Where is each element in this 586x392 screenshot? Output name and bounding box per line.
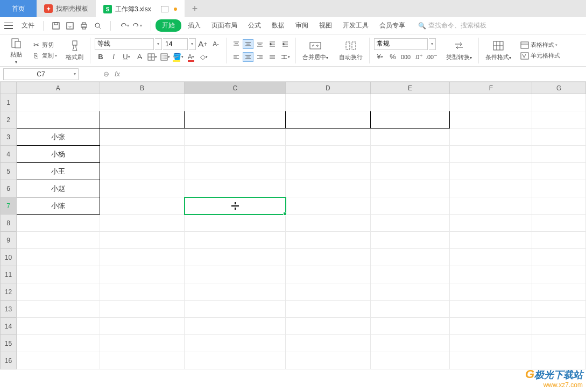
cell-B11[interactable] bbox=[100, 266, 185, 283]
cell-A3[interactable]: 小张 bbox=[16, 129, 100, 146]
cell-F16[interactable] bbox=[450, 352, 532, 369]
increase-decimal-icon[interactable]: .0⁺ bbox=[413, 51, 425, 63]
table-style-button[interactable]: 表格样式▾ bbox=[520, 40, 560, 50]
cell-B5[interactable] bbox=[100, 163, 185, 180]
cell-A9[interactable] bbox=[16, 232, 100, 249]
cell-A14[interactable] bbox=[16, 318, 100, 335]
col-header-F[interactable]: F bbox=[450, 82, 532, 94]
cell-C12[interactable] bbox=[185, 283, 286, 301]
cell-F7[interactable] bbox=[450, 197, 532, 215]
paste-button[interactable]: 粘贴▾ bbox=[8, 35, 25, 66]
cell-G15[interactable] bbox=[532, 335, 586, 352]
cell-F6[interactable] bbox=[450, 180, 532, 197]
menu-page-layout[interactable]: 页面布局 bbox=[207, 19, 242, 32]
cell-B13[interactable] bbox=[100, 301, 185, 318]
row-header-7[interactable]: 7 bbox=[1, 197, 17, 215]
align-right-icon[interactable] bbox=[255, 52, 265, 62]
cell-A13[interactable] bbox=[16, 301, 100, 318]
menu-devtools[interactable]: 开发工具 bbox=[338, 19, 373, 32]
cell-C8[interactable] bbox=[185, 215, 286, 232]
cell-C15[interactable] bbox=[185, 335, 286, 352]
cell-D8[interactable] bbox=[286, 215, 371, 232]
cell-C5[interactable] bbox=[185, 163, 286, 180]
decrease-decimal-icon[interactable]: .00⁻ bbox=[426, 51, 437, 63]
align-left-icon[interactable] bbox=[231, 52, 242, 62]
cell-G1[interactable] bbox=[532, 94, 586, 111]
cell-F2[interactable] bbox=[450, 111, 532, 129]
cell-E10[interactable] bbox=[370, 249, 450, 266]
currency-icon[interactable]: ¥▾ bbox=[374, 51, 386, 63]
menu-view[interactable]: 视图 bbox=[315, 19, 336, 32]
menu-insert[interactable]: 插入 bbox=[183, 19, 205, 32]
cell-B7[interactable] bbox=[100, 197, 185, 215]
cell-A15[interactable] bbox=[16, 335, 100, 352]
cell-D10[interactable] bbox=[286, 249, 371, 266]
cell-D13[interactable] bbox=[286, 301, 371, 318]
cell-F10[interactable] bbox=[450, 249, 532, 266]
cell-D16[interactable] bbox=[286, 352, 371, 369]
cell-G4[interactable] bbox=[532, 146, 586, 163]
col-header-B[interactable]: B bbox=[100, 82, 185, 94]
cell-E8[interactable] bbox=[370, 215, 450, 232]
col-header-E[interactable]: E bbox=[370, 82, 450, 94]
select-all-corner[interactable] bbox=[1, 82, 17, 94]
cell-E1[interactable] bbox=[370, 94, 450, 111]
save-icon[interactable] bbox=[51, 21, 61, 31]
cell-C14[interactable] bbox=[185, 318, 286, 335]
cell-E13[interactable] bbox=[370, 301, 450, 318]
cell-D4[interactable] bbox=[286, 146, 371, 163]
row-header-15[interactable]: 15 bbox=[1, 335, 17, 352]
menu-start[interactable]: 开始 bbox=[156, 19, 181, 32]
cell-G2[interactable] bbox=[532, 111, 586, 129]
row-header-8[interactable]: 8 bbox=[1, 215, 17, 232]
cell-C16[interactable] bbox=[185, 352, 286, 369]
cell-B12[interactable] bbox=[100, 283, 185, 301]
name-box[interactable]: C7 ▾ bbox=[3, 68, 79, 80]
cell-B6[interactable] bbox=[100, 180, 185, 197]
cell-F15[interactable] bbox=[450, 335, 532, 352]
print-icon[interactable] bbox=[79, 21, 89, 31]
cell-D14[interactable] bbox=[286, 318, 371, 335]
cell-A2[interactable] bbox=[16, 111, 100, 129]
row-header-3[interactable]: 3 bbox=[1, 129, 17, 146]
row-header-16[interactable]: 16 bbox=[1, 352, 17, 369]
cell-G13[interactable] bbox=[532, 301, 586, 318]
cell-F12[interactable] bbox=[450, 283, 532, 301]
copy-button[interactable]: ⎘复制▾ bbox=[31, 51, 57, 61]
cell-B10[interactable] bbox=[100, 249, 185, 266]
cell-E9[interactable] bbox=[370, 232, 450, 249]
align-center-icon[interactable] bbox=[243, 52, 253, 62]
tab-add-button[interactable]: + bbox=[185, 0, 206, 17]
cell-E4[interactable] bbox=[370, 146, 450, 163]
row-header-14[interactable]: 14 bbox=[1, 318, 17, 335]
font-color-button[interactable]: A▾ bbox=[185, 51, 197, 63]
cell-A8[interactable] bbox=[16, 215, 100, 232]
font-name-select[interactable] bbox=[95, 38, 154, 50]
percent-icon[interactable]: % bbox=[387, 51, 399, 63]
cell-F13[interactable] bbox=[450, 301, 532, 318]
col-header-A[interactable]: A bbox=[16, 82, 100, 94]
cell-D9[interactable] bbox=[286, 232, 371, 249]
cell-B8[interactable] bbox=[100, 215, 185, 232]
row-header-10[interactable]: 10 bbox=[1, 249, 17, 266]
menu-member[interactable]: 会员专享 bbox=[375, 19, 410, 32]
cell-F4[interactable] bbox=[450, 146, 532, 163]
redo-icon[interactable]: ▾ bbox=[132, 21, 142, 31]
cell-A12[interactable] bbox=[16, 283, 100, 301]
col-header-D[interactable]: D bbox=[286, 82, 371, 94]
command-search[interactable]: 🔍 查找命令、搜索模板 bbox=[418, 21, 486, 30]
fill-color-button[interactable]: 🪣▾ bbox=[172, 51, 184, 63]
cell-E14[interactable] bbox=[370, 318, 450, 335]
cell-F1[interactable] bbox=[450, 94, 532, 111]
align-middle-icon[interactable] bbox=[243, 39, 253, 49]
cell-B2[interactable] bbox=[100, 111, 185, 129]
font-size-select[interactable] bbox=[163, 38, 188, 50]
cell-C4[interactable] bbox=[185, 146, 286, 163]
indent-increase-icon[interactable] bbox=[279, 38, 291, 50]
type-convert-button[interactable]: 类型转换▾ bbox=[444, 38, 474, 62]
cell-E3[interactable] bbox=[370, 129, 450, 146]
cell-G16[interactable] bbox=[532, 352, 586, 369]
align-justify-icon[interactable] bbox=[266, 51, 278, 63]
cell-A4[interactable]: 小杨 bbox=[16, 146, 100, 163]
cell-A1[interactable] bbox=[16, 94, 100, 111]
